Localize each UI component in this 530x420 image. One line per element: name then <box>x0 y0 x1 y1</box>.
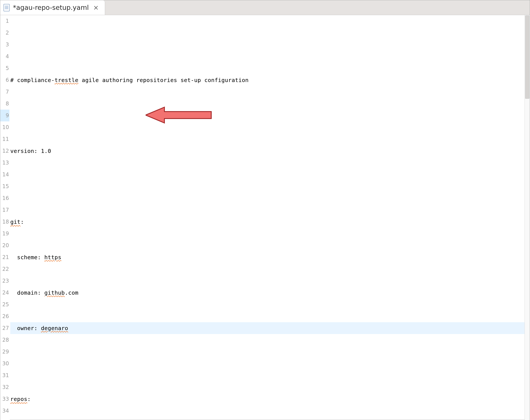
line-number: 12 <box>0 145 9 157</box>
line-number: 18 <box>0 216 9 228</box>
line-number: 31 <box>0 369 9 381</box>
line-number: 11 <box>0 133 9 145</box>
line-number: 23 <box>0 275 9 287</box>
tab-title: *agau-repo-setup.yaml <box>13 4 89 11</box>
file-icon <box>3 4 10 12</box>
code-line <box>10 110 525 121</box>
code-line-current: owner: degenaro <box>10 322 525 334</box>
line-number: 2 <box>0 27 9 39</box>
line-number: 3 <box>0 39 9 51</box>
code-line: domain: github.com <box>10 287 525 299</box>
line-number: 34 <box>0 405 9 417</box>
code-line <box>10 181 525 192</box>
line-number: 33 <box>0 393 9 405</box>
line-number: 9 <box>0 110 9 121</box>
vertical-scrollbar[interactable] <box>525 15 530 420</box>
line-number: 19 <box>0 228 9 239</box>
line-number-gutter: 1 2 3 4 5 6 7 8 9 10 11 12 13 14 15 16 1… <box>0 15 10 420</box>
line-number: 22 <box>0 263 9 275</box>
line-number: 24 <box>0 287 9 299</box>
code-line <box>10 358 525 369</box>
line-number: 20 <box>0 239 9 251</box>
line-number: 17 <box>0 204 9 216</box>
code-line: # compliance-trestle agile authoring rep… <box>10 74 525 86</box>
line-number: 27 <box>0 322 9 334</box>
line-number: 15 <box>0 181 9 192</box>
line-number: 5 <box>0 62 9 74</box>
tab-close-button[interactable]: × <box>92 4 100 11</box>
line-number: 26 <box>0 310 9 322</box>
code-line: version: 1.0 <box>10 145 525 157</box>
line-number: 13 <box>0 157 9 169</box>
line-number: 7 <box>0 86 9 98</box>
line-number: 32 <box>0 381 9 393</box>
code-editor[interactable]: # compliance-trestle agile authoring rep… <box>10 15 525 420</box>
line-number: 4 <box>0 51 9 62</box>
file-tab[interactable]: *agau-repo-setup.yaml × <box>0 0 105 15</box>
line-number: 30 <box>0 358 9 369</box>
line-number: 14 <box>0 169 9 181</box>
line-number: 28 <box>0 334 9 346</box>
editor-area: 1 2 3 4 5 6 7 8 9 10 11 12 13 14 15 16 1… <box>0 15 530 420</box>
scrollbar-thumb[interactable] <box>525 15 529 99</box>
code-line <box>10 39 525 51</box>
code-line: scheme: https <box>10 251 525 263</box>
line-number: 21 <box>0 251 9 263</box>
line-number: 25 <box>0 299 9 310</box>
line-number: 16 <box>0 192 9 204</box>
line-number: 6 <box>0 74 9 86</box>
code-line: git: <box>10 216 525 228</box>
editor-window: *agau-repo-setup.yaml × 1 2 3 4 5 6 7 8 … <box>0 0 530 420</box>
line-number: 29 <box>0 346 9 358</box>
tab-bar: *agau-repo-setup.yaml × <box>0 0 530 15</box>
code-line: repos: <box>10 393 525 405</box>
line-number: 10 <box>0 121 9 133</box>
line-number: 8 <box>0 98 9 110</box>
line-number: 1 <box>0 15 9 27</box>
